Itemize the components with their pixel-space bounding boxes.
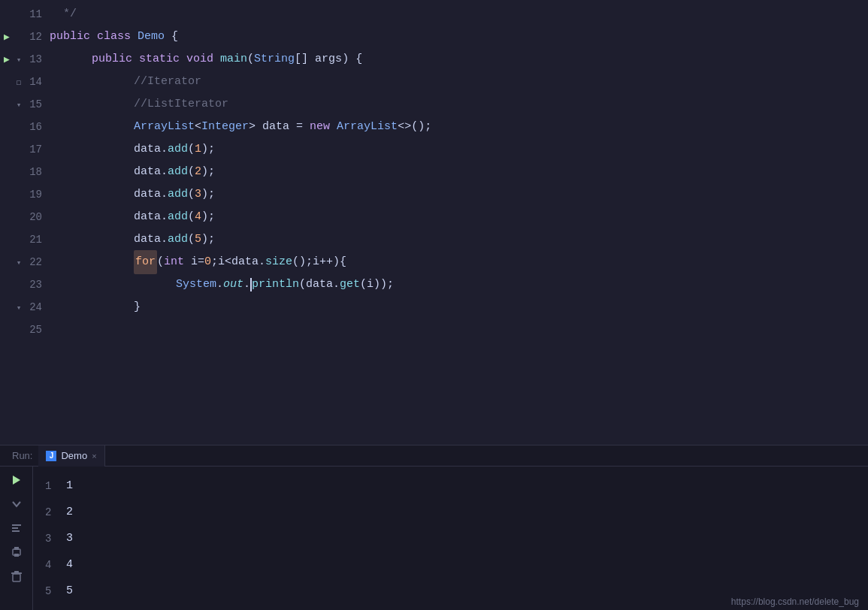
tab-demo[interactable]: J Demo ×	[38, 445, 104, 467]
wrap-button[interactable]	[6, 518, 27, 539]
line-num-25: 25	[24, 324, 42, 336]
play-button[interactable]	[6, 470, 27, 491]
play-icon	[11, 474, 23, 486]
lines-icon	[11, 522, 23, 534]
code-line-15: //ListIterator	[50, 93, 868, 116]
output-lines: 1 1 2 2 3 3 4 4 5 5	[33, 467, 868, 610]
gutter-row-11: 11	[0, 3, 42, 26]
gutter-row-25: 25	[0, 319, 42, 341]
run-icon-13[interactable]: ▶	[0, 53, 14, 65]
output-value-1: 1	[66, 479, 73, 492]
run-label: Run:	[6, 450, 38, 461]
num-3: 3	[195, 183, 201, 206]
output-row-2: 2 2	[45, 499, 856, 525]
output-value-5: 5	[66, 584, 73, 597]
code-line-11: */	[50, 3, 868, 26]
fold-icon-14[interactable]: ◻	[14, 77, 24, 87]
line-num-18: 18	[24, 166, 42, 178]
gutter-row-21: 21	[0, 228, 42, 251]
dot-23a: .	[216, 273, 223, 296]
fold-icon-22[interactable]: ▾	[14, 258, 24, 267]
svg-rect-6	[14, 554, 19, 557]
num-2: 2	[195, 161, 201, 183]
kw-static-13: static	[139, 48, 186, 71]
equals-16: =	[296, 116, 310, 138]
print-button[interactable]	[6, 542, 27, 563]
line-num-16: 16	[24, 121, 42, 133]
type-string: String	[254, 48, 295, 71]
code-line-14: //Iterator	[50, 71, 868, 93]
code-lines[interactable]: */ public class Demo { public static voi…	[45, 3, 868, 445]
empty-25	[50, 319, 56, 341]
line-num-23: 23	[24, 279, 42, 291]
bracket-13: []	[295, 48, 308, 71]
method-add-21: add	[168, 228, 188, 251]
line-num-17: 17	[24, 143, 42, 156]
kw-void-13: void	[186, 48, 220, 71]
for-parens2: ();i++){	[292, 251, 346, 273]
paren-open-13: (	[247, 48, 254, 71]
kw-public-13: public	[92, 48, 139, 71]
gutter-row-12: ▶ 12	[0, 26, 42, 48]
output-linenum-4: 4	[45, 559, 66, 571]
tabs-bar: Run: J Demo ×	[0, 445, 868, 467]
fold-icon-24[interactable]: ▾	[14, 303, 24, 313]
output-value-3: 3	[66, 532, 73, 545]
clear-button[interactable]	[6, 566, 27, 587]
line-gutter: 11 ▶ 12 ▶ ▾ 13 ◻ 14 ▾	[0, 3, 45, 445]
method-out: out	[223, 273, 243, 296]
code-line-17: data.add(1);	[50, 138, 868, 161]
fold-icon-15[interactable]: ▾	[14, 100, 24, 110]
code-line-23: System.out.println(data.get(i));	[50, 273, 868, 296]
tab-close-button[interactable]: ×	[92, 451, 96, 461]
line-num-20: 20	[24, 211, 42, 223]
gutter-row-20: 20	[0, 206, 42, 228]
code-line-24: }	[50, 296, 868, 319]
num-zero: 0	[204, 251, 211, 273]
end-17: );	[201, 138, 215, 161]
angle-open-16: <	[195, 116, 201, 138]
varname-data: data	[256, 116, 296, 138]
gutter-row-22: ▾ 22	[0, 251, 42, 273]
gutter-row-17: 17	[0, 138, 42, 161]
num-4: 4	[195, 206, 201, 228]
method-add-18: add	[168, 161, 188, 183]
comment-iterator: //Iterator	[134, 71, 201, 93]
output-sidebar	[0, 467, 33, 610]
line-num-12: 12	[24, 31, 42, 43]
kw-int: int	[164, 251, 184, 273]
gutter-row-19: 19	[0, 183, 42, 206]
code-line-22: for(int i=0;i<data.size();i++){	[50, 251, 868, 273]
svg-rect-8	[11, 572, 22, 574]
line-num-24: 24	[24, 301, 42, 313]
type-arraylist-new: ArrayList	[337, 116, 398, 138]
brace-close-24: }	[134, 296, 141, 319]
gutter-row-24: ▾ 24	[0, 296, 42, 319]
end-21: );	[201, 228, 215, 251]
run-icon-12[interactable]: ▶	[0, 31, 14, 43]
type-system: System	[176, 273, 216, 296]
line-num-11: 11	[24, 8, 42, 20]
output-row-4: 4 4	[45, 551, 856, 578]
output-linenum-3: 3	[45, 533, 66, 545]
comment-listiterator: //ListIterator	[134, 93, 228, 116]
line-num-21: 21	[24, 234, 42, 246]
fold-icon-13[interactable]: ▾	[14, 55, 24, 65]
output-linenum-2: 2	[45, 506, 66, 518]
method-get: get	[340, 273, 360, 296]
line-num-14: 14	[24, 76, 42, 88]
line-num-22: 22	[24, 256, 42, 268]
for-paren: (	[157, 251, 164, 273]
method-size: size	[265, 251, 292, 273]
num-5: 5	[195, 228, 201, 251]
paren-close-13: ) {	[342, 48, 362, 71]
svg-rect-5	[14, 547, 19, 550]
data-21: data.	[134, 228, 168, 251]
end-18: );	[201, 161, 215, 183]
kw-for: for	[134, 250, 157, 274]
output-value-4: 4	[66, 558, 73, 571]
code-line-21: data.add(5);	[50, 228, 868, 251]
brace-12: {	[165, 26, 178, 48]
scroll-down-button[interactable]	[6, 494, 27, 515]
line-num-19: 19	[24, 189, 42, 201]
